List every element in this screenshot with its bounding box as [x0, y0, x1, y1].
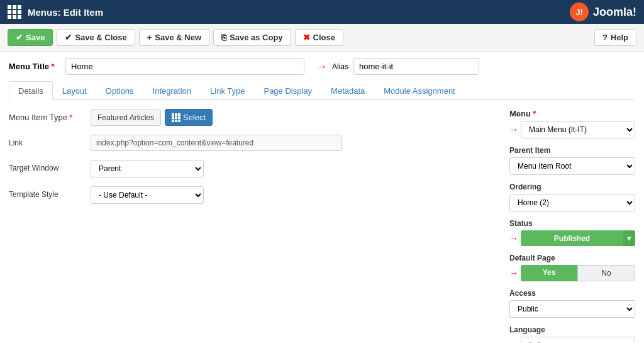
alias-input[interactable]: [353, 58, 479, 75]
parent-item-label: Parent Item: [509, 146, 635, 155]
menu-select-row: → Main Menu (It-IT): [509, 121, 635, 138]
help-icon: ?: [602, 33, 608, 42]
tab-integration[interactable]: Integration: [143, 81, 201, 100]
status-row: → Published ▾: [509, 230, 635, 246]
link-row: Link: [9, 135, 497, 151]
form-layout: Menu Item Type * Featured Articles Selec…: [9, 109, 635, 343]
grid-select-icon: [172, 113, 180, 122]
alias-group: → Alias: [317, 58, 479, 75]
grid-menu-icon[interactable]: [8, 5, 21, 19]
target-window-control: Parent New window with browser navigatio…: [91, 160, 497, 177]
ordering-group: Ordering Home (2): [509, 183, 635, 211]
save-button[interactable]: ✔ Save: [8, 29, 53, 46]
plus-icon: +: [147, 33, 152, 42]
language-group: Language → Italian All English (UK): [509, 325, 635, 343]
copy-icon: ⎘: [221, 33, 226, 42]
link-label: Link: [9, 135, 91, 147]
status-published-btn[interactable]: Published: [521, 230, 623, 246]
template-style-row: Template Style - Use Default -: [9, 186, 497, 204]
ordering-label: Ordering: [509, 183, 635, 191]
parent-item-group: Parent Item Menu Item Root: [509, 146, 635, 175]
menu-right-label: Menu *: [509, 109, 635, 118]
menu-title-row: Menu Title * → Alias: [9, 58, 635, 75]
default-page-label: Default Page: [509, 254, 635, 262]
help-button[interactable]: ? Help: [594, 29, 636, 46]
tab-options[interactable]: Options: [96, 81, 143, 100]
access-label: Access: [509, 289, 635, 298]
tab-layout[interactable]: Layout: [53, 81, 96, 100]
ordering-select[interactable]: Home (2): [509, 194, 635, 211]
main-content: Menu Title * → Alias Details Layout Opti…: [0, 52, 644, 343]
link-input[interactable]: [91, 135, 342, 151]
top-bar: Menus: Edit Item J! Joomla!: [0, 0, 644, 24]
target-window-row: Target Window Parent New window with bro…: [9, 160, 497, 177]
close-button[interactable]: ✖ Close: [295, 29, 343, 46]
menu-item-type-row: Menu Item Type * Featured Articles Selec…: [9, 109, 497, 126]
target-window-select[interactable]: Parent New window with browser navigatio…: [91, 160, 204, 177]
checkmark-icon: ✔: [65, 33, 72, 42]
default-page-group: Default Page → Yes No: [509, 254, 635, 281]
form-right: Menu * → Main Menu (It-IT) Parent Item M…: [509, 109, 635, 343]
template-style-label: Template Style: [9, 186, 91, 199]
close-icon: ✖: [303, 33, 310, 42]
status-arrow-icon: →: [509, 233, 518, 244]
target-window-label: Target Window: [9, 160, 91, 172]
menu-item-type-control: Featured Articles Select: [91, 109, 497, 126]
access-select[interactable]: Public Registered Special: [509, 300, 635, 318]
default-page-row: → Yes No: [509, 265, 635, 281]
access-group: Access Public Registered Special: [509, 289, 635, 318]
joomla-icon: J!: [569, 2, 589, 22]
default-arrow-icon: →: [509, 268, 518, 278]
status-label: Status: [509, 219, 635, 228]
status-toggle: Published ▾: [521, 230, 635, 246]
menu-select[interactable]: Main Menu (It-IT): [521, 121, 635, 138]
parent-item-select[interactable]: Menu Item Root: [509, 157, 635, 175]
save-copy-button[interactable]: ⎘ Save as Copy: [213, 29, 291, 46]
alias-arrow-icon: →: [317, 61, 327, 72]
tabs: Details Layout Options Integration Link …: [9, 81, 635, 100]
menu-arrow-icon: →: [509, 125, 518, 135]
toolbar-right: ? Help: [594, 29, 636, 46]
language-select[interactable]: Italian All English (UK): [521, 337, 635, 343]
status-chevron-btn[interactable]: ▾: [623, 230, 635, 246]
tab-metadata[interactable]: Metadata: [321, 81, 374, 100]
status-group: Status → Published ▾: [509, 219, 635, 246]
menu-item-type-badge: Featured Articles: [91, 110, 161, 126]
tab-page-display[interactable]: Page Display: [254, 81, 321, 100]
alias-label: Alias: [332, 62, 348, 71]
toolbar-actions: ✔ Save ✔ Save & Close + Save & New ⎘ Sav…: [8, 29, 343, 46]
language-row: → Italian All English (UK): [509, 337, 635, 343]
language-label: Language: [509, 325, 635, 334]
svg-text:J!: J!: [575, 8, 583, 17]
link-control: [91, 135, 497, 151]
language-arrow-icon: →: [509, 340, 518, 343]
save-close-button[interactable]: ✔ Save & Close: [57, 29, 135, 46]
toolbar: ✔ Save ✔ Save & Close + Save & New ⎘ Sav…: [0, 24, 644, 52]
menu-group: Menu * → Main Menu (It-IT): [509, 109, 635, 138]
template-style-control: - Use Default -: [91, 186, 497, 204]
select-button[interactable]: Select: [165, 109, 213, 126]
tab-details[interactable]: Details: [9, 81, 53, 100]
menu-item-type-label: Menu Item Type *: [9, 109, 91, 122]
joomla-logo: J! Joomla!: [569, 2, 636, 22]
default-yes-btn[interactable]: Yes: [521, 265, 577, 281]
tab-link-type[interactable]: Link Type: [201, 81, 254, 100]
menu-title-input[interactable]: [65, 58, 304, 75]
default-toggle: Yes No: [521, 265, 635, 281]
save-icon: ✔: [16, 33, 23, 42]
template-style-select[interactable]: - Use Default -: [91, 186, 204, 204]
tab-module-assignment[interactable]: Module Assignment: [374, 81, 464, 100]
page-title: Menus: Edit Item: [28, 7, 103, 18]
menu-title-label: Menu Title *: [9, 62, 65, 71]
default-no-btn[interactable]: No: [577, 265, 635, 281]
form-left: Menu Item Type * Featured Articles Selec…: [9, 109, 497, 343]
save-new-button[interactable]: + Save & New: [139, 29, 209, 46]
